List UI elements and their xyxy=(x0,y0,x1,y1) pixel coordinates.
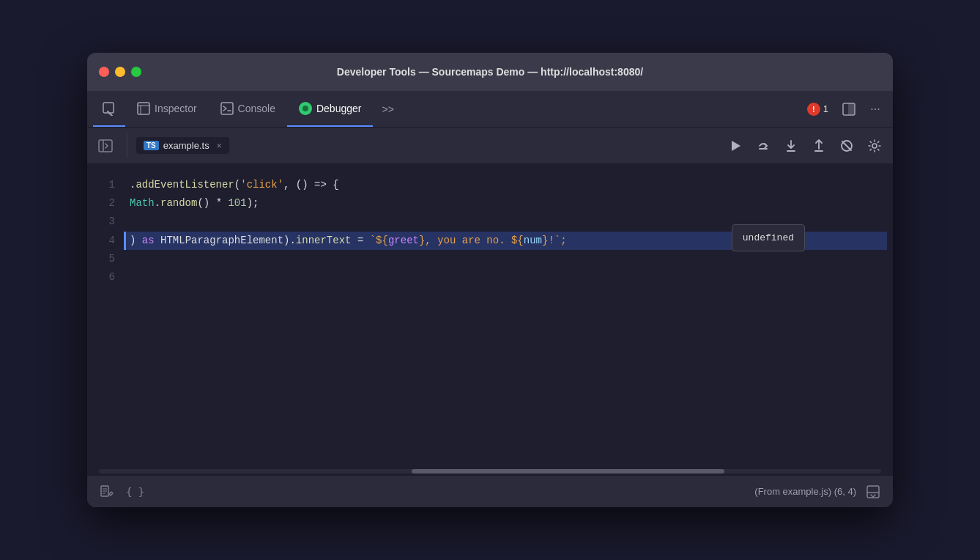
tab-console[interactable]: Console xyxy=(209,91,287,127)
code-line-6 xyxy=(130,268,881,287)
settings-button[interactable] xyxy=(862,133,887,158)
sidebar-icon xyxy=(97,138,114,154)
svg-text:{ }: { } xyxy=(126,486,144,498)
tab-inspector[interactable]: Inspector xyxy=(125,91,209,127)
svg-point-19 xyxy=(872,144,877,148)
disable-breakpoints-icon xyxy=(839,139,854,153)
step-over-icon xyxy=(756,139,771,153)
debugger-icon xyxy=(299,102,312,115)
inspect-icon xyxy=(102,101,116,116)
inspector-label: Inspector xyxy=(155,103,197,114)
edit-icon xyxy=(100,485,114,498)
scrollbar-track[interactable] xyxy=(99,469,881,474)
braces-icon: { } xyxy=(126,485,144,498)
settings-icon xyxy=(867,139,882,153)
title-bar: Developer Tools — Sourcemaps Demo — http… xyxy=(87,53,893,91)
format-button[interactable]: { } xyxy=(124,481,146,503)
error-count: 1 xyxy=(823,103,828,114)
scrollbar-area xyxy=(87,468,893,475)
tab-right-section: ! 1 ··· xyxy=(801,91,887,127)
code-line-1: .addEventListener('click', () => { xyxy=(130,176,881,194)
disable-breakpoints-button[interactable] xyxy=(834,133,859,158)
step-in-icon xyxy=(784,139,798,153)
window-title: Developer Tools — Sourcemaps Demo — http… xyxy=(337,66,643,78)
file-name: example.ts xyxy=(163,140,209,151)
tab-bar: Inspector Console Debugger >> ! 1 xyxy=(87,91,893,128)
file-tab[interactable]: TS example.ts × xyxy=(136,137,229,154)
devtools-window: Developer Tools — Sourcemaps Demo — http… xyxy=(87,53,893,507)
traffic-lights xyxy=(99,67,141,77)
play-button[interactable] xyxy=(723,133,748,158)
toolbar: TS example.ts × xyxy=(87,128,893,164)
code-area: 1 2 3 4 5 6 .addEventListener('click', (… xyxy=(87,164,893,475)
ts-badge: TS xyxy=(144,141,159,150)
svg-rect-7 xyxy=(848,103,855,115)
more-options-button[interactable]: ··· xyxy=(864,97,887,121)
status-bar: { } (From example.js) (6, 4) xyxy=(87,475,893,507)
layout-icon xyxy=(842,103,855,116)
step-out-icon xyxy=(812,139,826,153)
maximize-button[interactable] xyxy=(131,67,141,77)
minimize-button[interactable] xyxy=(115,67,125,77)
svg-rect-1 xyxy=(138,103,149,114)
code-line-5 xyxy=(130,250,881,268)
close-file-button[interactable]: × xyxy=(217,141,222,151)
console-icon xyxy=(220,102,234,115)
tab-inspect[interactable] xyxy=(93,91,125,127)
inspector-icon xyxy=(137,102,150,115)
svg-rect-4 xyxy=(221,103,233,114)
code-content: 1 2 3 4 5 6 .addEventListener('click', (… xyxy=(87,164,893,468)
step-over-button[interactable] xyxy=(751,133,776,158)
edit-button[interactable] xyxy=(96,481,118,503)
code-lines[interactable]: .addEventListener('click', () => { Math.… xyxy=(124,164,893,468)
error-badge: ! 1 xyxy=(801,103,834,116)
svg-rect-25 xyxy=(867,486,879,498)
svg-rect-8 xyxy=(99,140,112,152)
step-out-button[interactable] xyxy=(806,133,831,158)
sidebar-toggle-button[interactable] xyxy=(93,133,118,158)
error-dot: ! xyxy=(807,103,820,116)
location-text: (From example.js) (6, 4) xyxy=(754,486,856,497)
toolbar-left xyxy=(93,133,127,158)
line-numbers: 1 2 3 4 5 6 xyxy=(87,164,124,468)
status-right: (From example.js) (6, 4) xyxy=(754,481,884,503)
scrollbar-thumb[interactable] xyxy=(412,469,724,474)
tab-more[interactable]: >> xyxy=(373,91,402,127)
layout-button[interactable] xyxy=(837,97,861,121)
tooltip-box: undefined xyxy=(732,224,805,251)
step-in-button[interactable] xyxy=(779,133,803,158)
console-label: Console xyxy=(238,103,275,114)
tooltip-text: undefined xyxy=(743,232,794,243)
svg-line-18 xyxy=(842,141,851,150)
status-left: { } xyxy=(96,481,146,503)
toggle-icon xyxy=(866,485,880,498)
debugger-label: Debugger xyxy=(316,103,362,114)
toggle-panel-button[interactable] xyxy=(862,481,884,503)
code-line-2: Math.random() * 101); xyxy=(130,194,881,213)
svg-marker-10 xyxy=(732,141,740,151)
tab-debugger[interactable]: Debugger xyxy=(287,91,374,127)
play-icon xyxy=(728,139,743,153)
close-button[interactable] xyxy=(99,67,109,77)
